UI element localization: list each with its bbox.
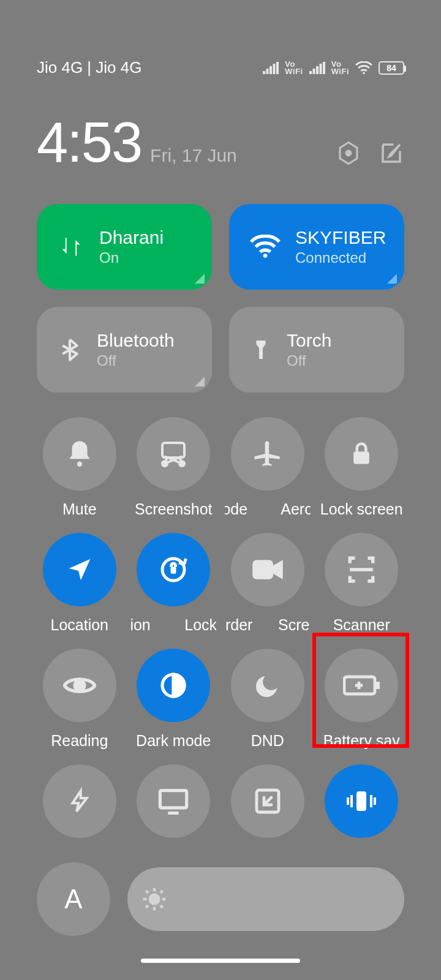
auto-brightness-toggle[interactable]: A [37, 862, 110, 936]
status-bar: Jio 4G | Jio 4G Vo WiFi Vo WiFi 84 [37, 0, 404, 77]
tile-title: Bluetooth [97, 330, 175, 351]
tile-title: Dharani [99, 227, 164, 248]
reading-mode-toggle[interactable] [43, 649, 116, 722]
lock-icon [348, 439, 375, 469]
svg-point-12 [346, 151, 351, 156]
svg-point-13 [263, 254, 268, 258]
svg-point-22 [75, 680, 85, 690]
bolt-icon [67, 785, 92, 817]
rotation-lock-icon [157, 553, 190, 586]
toggle-label: Location [50, 616, 108, 634]
toggle-label: Dark mode [136, 732, 211, 750]
performance-toggle[interactable] [43, 764, 116, 838]
vibrate-toggle[interactable] [325, 764, 398, 838]
status-icons: Vo WiFi Vo WiFi 84 [263, 61, 404, 75]
tile-title: Torch [287, 330, 331, 351]
settings-icon[interactable] [336, 140, 361, 166]
scissors-icon [157, 439, 189, 469]
edit-icon[interactable] [379, 140, 404, 166]
carrier-text: Jio 4G | Jio 4G [37, 58, 142, 77]
svg-rect-3 [273, 64, 276, 74]
vibrate-icon [343, 788, 380, 815]
toggle-label: DND [251, 732, 284, 750]
bell-icon [64, 439, 95, 469]
location-toggle[interactable] [43, 533, 116, 606]
clock-time: 4:53 [37, 114, 141, 170]
svg-rect-6 [312, 69, 315, 74]
svg-rect-8 [319, 64, 322, 74]
tile-sub: Connected [295, 249, 386, 266]
wifi-icon [250, 235, 281, 259]
svg-rect-18 [353, 451, 369, 464]
highlight-box [312, 633, 409, 748]
scan-icon [346, 554, 377, 585]
svg-rect-26 [160, 791, 187, 808]
torch-tile[interactable]: Torch Off [229, 307, 404, 393]
toggle-label: rder Scre [225, 616, 310, 634]
tile-sub: Off [287, 352, 331, 369]
toggle-label: ion Lock [131, 616, 217, 634]
svg-rect-28 [356, 791, 366, 811]
svg-point-29 [150, 895, 159, 904]
lock-screen-toggle[interactable] [325, 417, 398, 491]
scanner-toggle[interactable] [325, 533, 398, 606]
clock-date: Fri, 17 Jun [150, 145, 237, 171]
svg-rect-4 [276, 62, 279, 74]
home-indicator[interactable] [141, 959, 300, 963]
moon-icon [254, 671, 282, 699]
mobile-data-tile[interactable]: Dharani On [37, 204, 212, 290]
svg-point-16 [162, 461, 167, 466]
monitor-icon [157, 788, 189, 815]
mute-toggle[interactable] [43, 417, 116, 491]
toggle-label: Reading [51, 732, 108, 750]
signal-icon-2 [309, 62, 325, 74]
dnd-toggle[interactable] [231, 649, 304, 722]
svg-rect-2 [270, 66, 272, 74]
dark-mode-toggle[interactable] [137, 649, 210, 722]
sun-icon [141, 886, 168, 913]
screen-recorder-toggle[interactable] [231, 533, 304, 606]
svg-rect-15 [162, 443, 184, 458]
wifi-icon [355, 61, 372, 75]
rotation-lock-toggle[interactable] [137, 533, 210, 606]
toggle-label: Screenshot [135, 500, 212, 518]
toggle-label: ode Aero [225, 500, 311, 518]
eye-icon [63, 674, 96, 696]
svg-rect-0 [263, 71, 265, 74]
svg-rect-5 [309, 71, 312, 74]
screenshot-toggle[interactable] [137, 417, 210, 491]
tile-sub: Off [97, 352, 175, 369]
toggle-label: Mute [62, 500, 97, 518]
airplane-toggle[interactable] [231, 417, 304, 491]
vowifi-indicator-2: Vo WiFi [331, 61, 349, 75]
flashlight-icon [250, 336, 272, 364]
location-arrow-icon [66, 556, 94, 584]
data-arrows-icon [58, 233, 85, 260]
svg-rect-1 [266, 69, 269, 74]
svg-point-17 [179, 461, 184, 466]
battery-level: 84 [386, 63, 396, 73]
svg-rect-20 [171, 567, 176, 574]
auto-brightness-label: A [64, 884, 82, 914]
brightness-slider[interactable] [127, 867, 404, 931]
signal-icon [263, 62, 279, 74]
bluetooth-tile[interactable]: Bluetooth Off [37, 307, 212, 393]
airplane-icon [252, 438, 284, 470]
wifi-tile[interactable]: SKYFIBER Connected [229, 204, 404, 290]
tile-title: SKYFIBER [295, 227, 386, 248]
vowifi-indicator-1: Vo WiFi [285, 61, 303, 75]
videocam-icon [251, 557, 284, 582]
contrast-icon [159, 671, 188, 700]
svg-rect-7 [316, 66, 318, 74]
svg-rect-9 [323, 62, 325, 74]
battery-indicator: 84 [379, 61, 404, 75]
floating-window-toggle[interactable] [231, 764, 304, 838]
toggle-label: Scanner [333, 616, 390, 634]
bluetooth-icon [58, 336, 82, 364]
cast-toggle[interactable] [137, 764, 210, 838]
svg-rect-21 [252, 560, 273, 579]
tile-sub: On [99, 249, 164, 266]
svg-point-10 [363, 72, 365, 74]
expand-icon [253, 786, 282, 816]
toggle-label: Lock screen [320, 500, 403, 518]
